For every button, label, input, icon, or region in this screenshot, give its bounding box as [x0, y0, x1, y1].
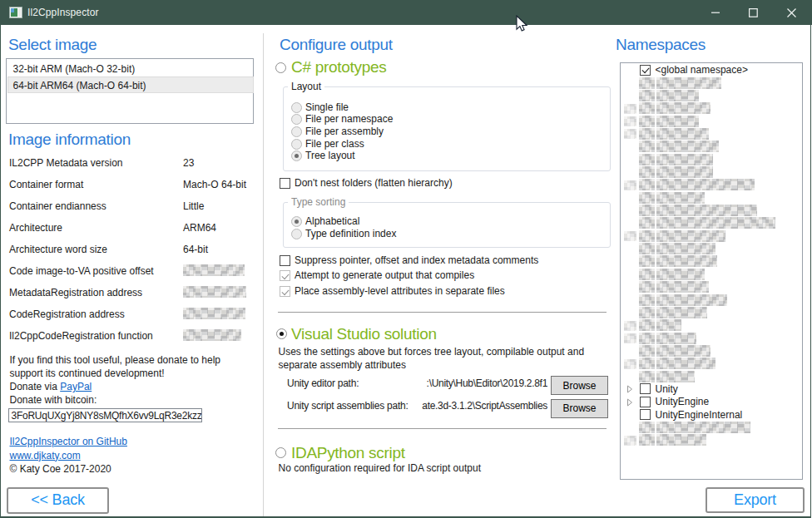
namespace-item[interactable]	[621, 102, 803, 115]
info-label: CodeRegistration address	[9, 308, 125, 320]
redacted-expander	[624, 129, 636, 139]
redacted-checkbox	[639, 230, 655, 242]
namespace-item[interactable]	[621, 127, 803, 140]
redacted-namespace	[656, 434, 706, 446]
namespace-item[interactable]	[621, 205, 803, 217]
redacted-value	[183, 286, 246, 298]
namespace-label: UnityEngine	[656, 396, 710, 407]
website-link[interactable]: www.djkaty.com	[10, 450, 81, 461]
namespace-checkbox[interactable]	[640, 409, 651, 420]
namespace-item[interactable]	[621, 434, 803, 446]
redacted-expander	[624, 436, 636, 446]
namespace-item[interactable]	[621, 422, 803, 434]
close-button[interactable]	[773, 0, 810, 25]
namespace-item[interactable]	[621, 89, 803, 101]
namespace-item[interactable]	[621, 255, 803, 268]
namespace-checkbox[interactable]	[640, 65, 651, 76]
namespace-item[interactable]	[621, 115, 803, 127]
namespaces-listbox[interactable]: <global namespace>UnityUnityEngineUnityE…	[620, 62, 804, 480]
namespace-item[interactable]: UnityEngineInternal	[621, 408, 803, 421]
info-label: Container endianness	[9, 200, 106, 212]
redacted-namespace	[656, 345, 710, 357]
redacted-namespace	[656, 90, 699, 101]
redacted-namespace	[656, 166, 713, 178]
image-listbox[interactable]: 32-bit ARM (Mach-O 32-bit)64-bit ARM64 (…	[6, 58, 255, 124]
browse-button[interactable]: Browse	[551, 376, 608, 395]
redacted-namespace	[656, 371, 695, 382]
expander-icon[interactable]	[626, 385, 633, 393]
expander-icon[interactable]	[626, 398, 633, 407]
sorting-option-radio[interactable]	[291, 229, 302, 239]
redacted-expander	[624, 104, 636, 114]
layout-option-radio[interactable]	[291, 139, 302, 150]
namespace-item[interactable]	[621, 243, 803, 255]
info-label: Il2CppCodeRegistration function	[9, 330, 153, 342]
title-bar	[0, 0, 812, 25]
namespace-item[interactable]	[621, 153, 803, 165]
namespace-item[interactable]	[621, 76, 803, 89]
redacted-namespace	[656, 230, 725, 242]
export-button[interactable]: Export	[706, 487, 805, 513]
info-row: Container formatMach-O 64-bit	[9, 179, 254, 192]
redacted-namespace	[656, 319, 681, 331]
namespace-item[interactable]	[621, 332, 803, 344]
namespace-item[interactable]	[621, 358, 803, 370]
github-link[interactable]: Il2CppInspector on GitHub	[10, 436, 127, 447]
visual-studio-radio[interactable]	[276, 328, 287, 339]
layout-option-label: File per assembly	[305, 126, 384, 137]
info-row: Architecture word size64-bit	[9, 244, 254, 257]
namespace-item[interactable]	[621, 229, 803, 242]
vs-description-line-2: separate assembly attributes	[279, 359, 406, 371]
namespace-item[interactable]	[621, 141, 803, 153]
redacted-checkbox	[639, 307, 655, 318]
namespace-checkbox[interactable]	[640, 383, 651, 394]
paypal-link[interactable]: PayPal	[60, 381, 92, 392]
browse-button[interactable]: Browse	[551, 399, 608, 418]
redacted-expander	[624, 333, 636, 343]
namespace-item[interactable]	[621, 191, 803, 204]
image-info-heading: Image information	[8, 131, 131, 149]
output-checkbox-label: Attempt to generate output that compiles	[295, 269, 474, 281]
namespace-item[interactable]	[621, 294, 803, 306]
redacted-checkbox	[639, 166, 655, 178]
copyright-text: © Katy Coe 2017-2020	[10, 463, 111, 475]
namespace-item[interactable]	[621, 306, 803, 318]
namespace-item[interactable]	[621, 344, 803, 357]
redacted-namespace	[656, 141, 719, 152]
image-list-item-label: 64-bit ARM64 (Mach-O 64-bit)	[13, 80, 146, 91]
image-list-item[interactable]: 32-bit ARM (Mach-O 32-bit)	[7, 61, 254, 77]
namespace-item[interactable]	[621, 281, 803, 294]
sorting-option-radio[interactable]	[291, 216, 302, 227]
flatten-hierarchy-checkbox[interactable]	[280, 178, 290, 189]
info-label: Architecture word size	[9, 244, 107, 255]
namespace-item[interactable]	[621, 268, 803, 280]
info-row: Code image-to-VA positive offset	[9, 265, 254, 279]
minimize-button[interactable]	[697, 0, 735, 25]
output-checkbox[interactable]	[280, 255, 290, 266]
csharp-prototypes-radio[interactable]	[275, 62, 286, 73]
namespace-item[interactable]	[621, 166, 803, 179]
output-checkbox[interactable]	[280, 286, 290, 297]
image-list-item[interactable]: 64-bit ARM64 (Mach-O 64-bit)	[7, 76, 254, 93]
layout-option-radio[interactable]	[291, 126, 302, 137]
redacted-expander	[624, 180, 636, 190]
redacted-checkbox	[639, 90, 655, 101]
redacted-namespace	[656, 333, 696, 344]
namespace-item[interactable]	[621, 370, 803, 382]
back-button[interactable]: << Back	[7, 487, 109, 514]
info-row: Il2CppCodeRegistration function	[9, 330, 254, 343]
layout-option-radio[interactable]	[291, 102, 302, 113]
redacted-namespace	[656, 217, 775, 229]
namespace-item[interactable]: UnityEngine	[621, 396, 803, 408]
namespace-item[interactable]	[621, 319, 803, 332]
output-checkbox[interactable]	[280, 270, 290, 281]
maximize-button[interactable]	[735, 0, 772, 25]
namespace-item[interactable]: <global namespace>	[621, 64, 803, 76]
namespace-item[interactable]	[621, 179, 803, 191]
idapython-radio[interactable]	[275, 447, 286, 458]
info-value: Mach-O 64-bit	[183, 179, 246, 190]
namespace-checkbox[interactable]	[640, 397, 651, 407]
namespace-item[interactable]: Unity	[621, 382, 803, 395]
namespace-item[interactable]	[621, 217, 803, 229]
bitcoin-address-input[interactable]: 3FoRUqUXgYj8NY8sMQfhX6vv9LqR3e2kzz	[8, 408, 202, 423]
